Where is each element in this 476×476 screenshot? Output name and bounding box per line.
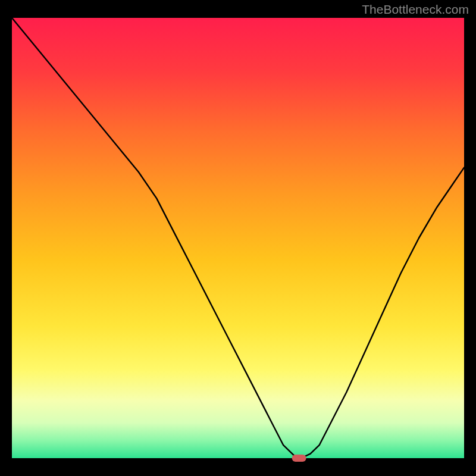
plot-area: [12, 18, 464, 458]
bottleneck-chart: [0, 0, 476, 476]
chart-frame: TheBottleneck.com: [0, 0, 476, 476]
watermark-label: TheBottleneck.com: [362, 2, 469, 17]
optimal-point-marker: [292, 455, 306, 462]
